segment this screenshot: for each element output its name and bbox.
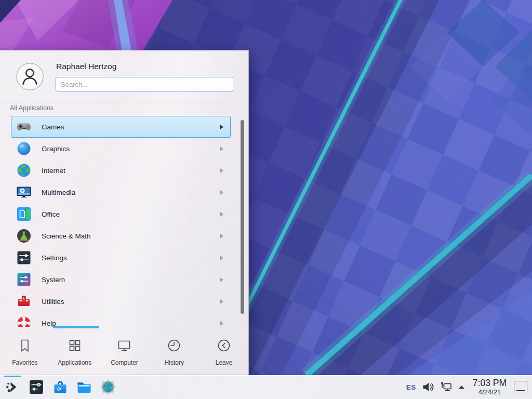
submenu-arrow-icon [219,255,224,261]
submenu-arrow-icon [219,299,224,304]
category-office[interactable]: Office [11,203,231,225]
active-launcher-indicator [4,376,21,377]
category-utilities[interactable]: Utilities [11,290,231,312]
category-games[interactable]: Games [11,116,231,138]
globe-icon [16,162,32,179]
documents-icon [16,206,32,222]
desktop: Raphael Hertzog Search... All Applicatio… [0,0,532,399]
system-settings-button[interactable] [28,379,45,395]
digital-clock[interactable]: 7:03 PM 4/24/21 [473,378,507,396]
show-desktop-button[interactable] [514,381,527,393]
category-science-math[interactable]: Science & Math [11,225,231,247]
tab-applications[interactable]: Applications [51,338,99,366]
leave-icon [216,338,232,353]
taskbar-launchers [0,379,116,395]
discover-bag-icon [52,379,69,395]
application-launcher-button[interactable] [4,379,21,395]
submenu-arrow-icon [219,277,224,283]
system-sliders-icon [16,271,32,288]
submenu-arrow-icon [219,211,224,217]
category-internet[interactable]: Internet [11,159,231,181]
file-manager-button[interactable] [76,379,92,395]
category-settings[interactable]: Settings [11,247,231,269]
sliders-icon [16,249,32,266]
submenu-arrow-icon [219,190,224,195]
sphere-icon [16,140,32,157]
submenu-arrow-icon [219,233,224,239]
volume-icon[interactable] [422,381,434,393]
user-icon [16,63,44,90]
clock-icon [166,338,182,353]
clock-time: 7:03 PM [473,378,507,388]
gamepad-icon [16,118,32,135]
user-avatar [16,63,44,90]
kickoff-tabbar: Favorites Applications C [0,328,249,375]
kickoff-icon [4,379,21,395]
application-launcher-menu: Raphael Hertzog Search... All Applicatio… [0,50,249,375]
grid-icon [67,338,83,353]
submenu-arrow-icon [219,168,224,174]
toolbox-icon [16,293,32,310]
submenu-arrow-icon [219,124,224,130]
taskbar: ES 7:03 PM 4/24/21 [0,375,532,399]
tab-history[interactable]: History [150,338,198,366]
flask-icon [16,228,32,244]
bookmark-icon [17,338,33,353]
text-cursor [60,80,60,88]
tab-favorites[interactable]: Favorites [1,338,49,366]
user-name: Raphael Hertzog [56,62,116,71]
discover-button[interactable] [52,379,69,395]
search-input[interactable]: Search... [56,77,233,91]
category-multimedia[interactable]: Multimedia [11,181,231,203]
system-tray: ES 7:03 PM 4/24/21 [406,378,532,396]
tab-computer[interactable]: Computer [100,338,148,366]
expand-tray-icon[interactable] [458,383,466,391]
web-browser-button[interactable] [100,379,116,395]
lifebuoy-icon [16,315,32,327]
monitor-play-icon [16,184,32,201]
category-help[interactable]: Help [11,312,231,327]
tabbar-divider [0,326,248,326]
keyboard-layout-indicator[interactable]: ES [406,383,416,391]
clock-date: 4/24/21 [473,388,507,396]
computer-icon [116,338,132,353]
folder-icon [76,379,92,395]
header-separator [0,102,248,102]
category-list: Games Graphics [0,116,249,327]
section-label: All Applications [10,104,54,112]
search-placeholder: Search... [61,81,88,88]
category-graphics[interactable]: Graphics [11,138,231,159]
category-system[interactable]: System [11,269,231,290]
globe-gear-icon [100,379,116,395]
tab-leave[interactable]: Leave [200,338,248,366]
list-scrollbar[interactable] [241,120,244,314]
settings-app-icon [28,379,45,395]
submenu-arrow-icon [219,321,224,326]
submenu-arrow-icon [219,146,224,152]
network-icon[interactable] [440,381,452,393]
